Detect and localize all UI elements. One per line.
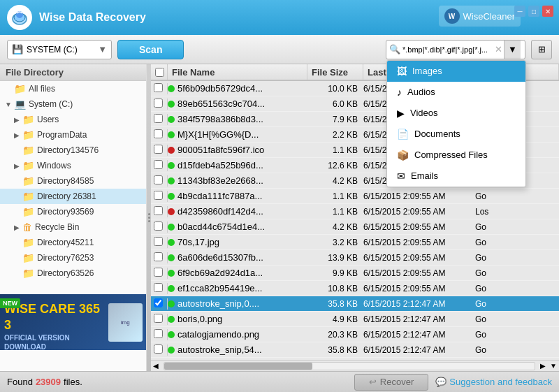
row-checkbox-17[interactable]: [151, 329, 168, 340]
col-header-size[interactable]: File Size: [307, 64, 363, 80]
minimize-button[interactable]: ─: [514, 6, 525, 17]
sidebar-item-windows[interactable]: ▶ 📁 Windows: [0, 158, 146, 173]
allfiles-label: All files: [29, 84, 55, 94]
recover-button[interactable]: ↩ Recover: [354, 374, 428, 391]
sidebar-item-dir45211[interactable]: 📁 Directory45211: [0, 235, 146, 250]
table-row[interactable]: 4b9cda111fc7887a... 1.1 KB 6/15/2015 2:0…: [151, 189, 559, 204]
resize-dot: [148, 213, 150, 215]
wc-logo: W: [444, 8, 460, 24]
sidebar-item-recyclebin[interactable]: ▶ 🗑 Recycle Bin: [0, 219, 146, 235]
row-status-11: Go: [475, 238, 559, 247]
scan-button[interactable]: Scan: [117, 40, 184, 59]
row-date-18: 6/15/2015 2:12:47 AM: [363, 345, 475, 355]
filter-compressed[interactable]: 📦 Compressed Files: [387, 145, 525, 166]
status-dot: [168, 208, 175, 215]
search-input[interactable]: [402, 45, 493, 54]
filter-dropdown: 🖼 Images ♪ Audios ▶ Videos 📄 Documents 📦…: [386, 60, 526, 187]
sidebar-item-users[interactable]: ▶ 📁 Users: [0, 112, 146, 127]
maximize-button[interactable]: □: [528, 6, 539, 17]
row-checkbox-5[interactable]: [151, 145, 168, 156]
row-checkbox-9[interactable]: [151, 206, 168, 217]
dir134576-icon: 📁: [22, 145, 34, 156]
dir93569-icon: 📁: [22, 206, 34, 217]
feedback-link[interactable]: 💬 Suggestion and feedback: [435, 377, 552, 387]
status-bar: Found 23909 files. ↩ Recover 💬 Suggestio…: [0, 371, 559, 392]
scroll-left-btn[interactable]: ◀: [151, 362, 161, 370]
filter-documents[interactable]: 📄 Documents: [387, 124, 525, 145]
status-dot: [168, 239, 175, 246]
layout-button[interactable]: ⊞: [531, 40, 552, 59]
table-row[interactable]: 6f9cb69a2d924d1a... 9.9 KB 6/15/2015 2:0…: [151, 266, 559, 281]
sidebar-item-dir63526[interactable]: 📁 Directory63526: [0, 266, 146, 281]
col-header-check[interactable]: [151, 64, 168, 80]
filter-videos[interactable]: ▶ Videos: [387, 103, 525, 124]
row-checkbox-14[interactable]: [151, 283, 168, 294]
row-name-16: boris,0.png: [168, 314, 307, 324]
filter-images[interactable]: 🖼 Images: [387, 61, 525, 82]
row-checkbox-3[interactable]: [151, 114, 168, 125]
table-row[interactable]: boris,0.png 4.9 KB 6/15/2015 2:12:47 AM …: [151, 312, 559, 327]
filter-audios-label: Audios: [407, 87, 435, 97]
table-row[interactable]: 6a606de6d15307fb... 13.9 KB 6/15/2015 2:…: [151, 250, 559, 266]
row-checkbox-13[interactable]: [151, 268, 168, 279]
row-size-6: 12.6 KB: [307, 161, 363, 170]
sidebar-item-dir93569[interactable]: 📁 Directory93569: [0, 204, 146, 219]
table-row[interactable]: d42359860df142d4... 1.1 KB 6/15/2015 2:0…: [151, 204, 559, 219]
select-all-checkbox[interactable]: [155, 68, 164, 77]
table-row[interactable]: 70s,17.jpg 3.2 KB 6/15/2015 2:09:55 AM G…: [151, 235, 559, 250]
sidebar-item-dir84585[interactable]: 📁 Directory84585: [0, 173, 146, 189]
search-filter-dropdown[interactable]: ▼: [504, 41, 521, 59]
table-row[interactable]: b0acd44c6754d1e4... 4.2 KB 6/15/2015 2:0…: [151, 219, 559, 235]
row-size-1: 10.0 KB: [307, 84, 363, 94]
found-status: Found 23909 files.: [7, 377, 82, 387]
row-checkbox-15[interactable]: [151, 298, 168, 310]
close-button[interactable]: ✕: [542, 6, 553, 17]
sidebar-item-programdata[interactable]: ▶ 📁 ProgramData: [0, 127, 146, 143]
table-row[interactable]: catalogjamendo.png 20.3 KB 6/15/2015 2:1…: [151, 327, 559, 342]
ad-banner[interactable]: NEW WISE CARE 365 3 OFFICIAL VERSION DOW…: [0, 294, 147, 350]
scroll-track[interactable]: [164, 362, 535, 370]
row-size-13: 9.9 KB: [307, 268, 363, 278]
col-header-name[interactable]: File Name: [168, 64, 307, 80]
sidebar-item-allfiles[interactable]: 📁 All files: [0, 81, 146, 96]
scroll-down-btn[interactable]: ▼: [548, 362, 559, 370]
row-checkbox-16[interactable]: [151, 314, 168, 325]
row-checkbox-18[interactable]: [151, 344, 168, 356]
sidebar-item-dir26381[interactable]: 📁 Directory 26381: [0, 189, 146, 204]
row-checkbox-12[interactable]: [151, 252, 168, 263]
row-date-8: 6/15/2015 2:09:55 AM: [363, 191, 475, 201]
status-actions: ↩ Recover 💬 Suggestion and feedback: [354, 374, 552, 391]
row-checkbox-1[interactable]: [151, 83, 168, 94]
sidebar-item-dir134576[interactable]: 📁 Directory134576: [0, 143, 146, 158]
table-row[interactable]: autostroke_snip,54... 35.8 KB 6/15/2015 …: [151, 342, 559, 358]
drive-selector[interactable]: 💾 SYSTEM (C:) ▼: [7, 40, 112, 59]
table-row[interactable]: autostroke_snip,0.... 35.8 KB 6/15/2015 …: [151, 296, 559, 312]
windows-folder-icon: 📁: [22, 160, 34, 171]
scroll-thumb[interactable]: [164, 363, 312, 370]
table-row[interactable]: ef1cca82b954419e... 10.8 KB 6/15/2015 2:…: [151, 281, 559, 296]
status-dot: [168, 193, 175, 200]
filter-audios[interactable]: ♪ Audios: [387, 82, 525, 103]
row-checkbox-6[interactable]: [151, 160, 168, 171]
row-checkbox-10[interactable]: [151, 222, 168, 233]
row-checkbox-11[interactable]: [151, 237, 168, 248]
sidebar-item-dir76253[interactable]: 📁 Directory76253: [0, 250, 146, 266]
h-scrollbar[interactable]: ◀ ▶ ▼: [151, 360, 559, 371]
row-name-9: d42359860df142d4...: [168, 206, 307, 217]
row-size-11: 3.2 KB: [307, 238, 363, 247]
row-checkbox-4[interactable]: [151, 129, 168, 140]
row-checkbox-7[interactable]: [151, 175, 168, 187]
row-name-7: 11343bf83e2e2668...: [168, 175, 307, 186]
row-size-9: 1.1 KB: [307, 207, 363, 217]
filter-emails[interactable]: ✉ Emails: [387, 166, 525, 187]
sidebar-item-systemc[interactable]: ▼ 💻 System (C:): [0, 96, 146, 112]
filter-images-label: Images: [412, 66, 442, 76]
row-status-9: Los: [475, 207, 559, 217]
scroll-right-btn[interactable]: ▶: [538, 362, 548, 370]
row-date-9: 6/15/2015 2:09:55 AM: [363, 207, 475, 217]
row-checkbox-2[interactable]: [151, 99, 168, 110]
row-checkbox-8[interactable]: [151, 191, 168, 202]
row-size-2: 6.0 KB: [307, 99, 363, 109]
search-clear-icon[interactable]: ✕: [493, 44, 504, 55]
expand-icon-windows: ▶: [11, 162, 22, 170]
